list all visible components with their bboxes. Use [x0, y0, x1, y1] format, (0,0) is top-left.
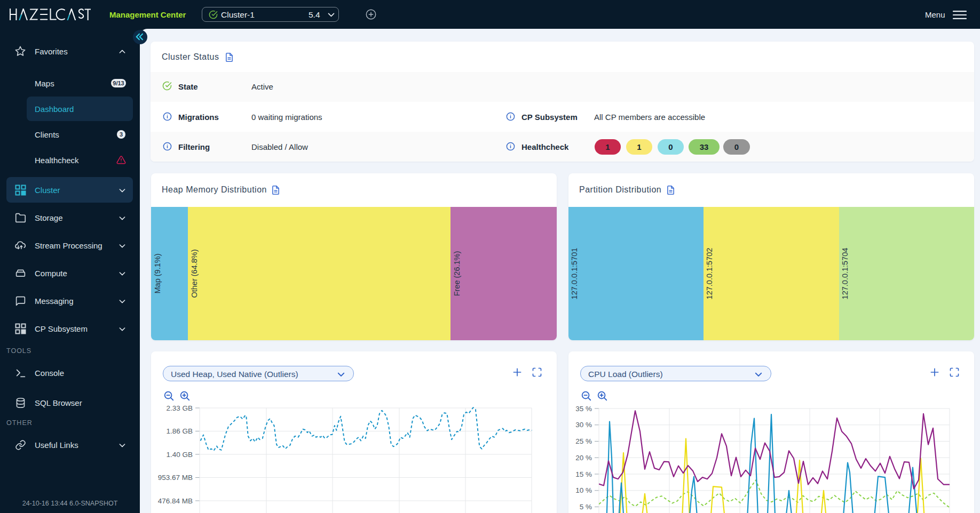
svg-text:5 %: 5 % — [580, 503, 592, 511]
svg-text:1.86 GB: 1.86 GB — [166, 427, 193, 435]
svg-text:30 %: 30 % — [575, 421, 592, 429]
svg-text:10 %: 10 % — [575, 486, 592, 494]
svg-text:2.33 GB: 2.33 GB — [166, 404, 193, 412]
svg-text:953.67 MB: 953.67 MB — [158, 474, 193, 482]
svg-text:476.84 MB: 476.84 MB — [158, 497, 193, 505]
svg-text:1.40 GB: 1.40 GB — [166, 451, 193, 459]
svg-text:15 %: 15 % — [575, 470, 592, 478]
svg-text:35 %: 35 % — [575, 405, 592, 413]
svg-text:20 %: 20 % — [575, 454, 592, 462]
svg-text:25 %: 25 % — [575, 437, 592, 445]
